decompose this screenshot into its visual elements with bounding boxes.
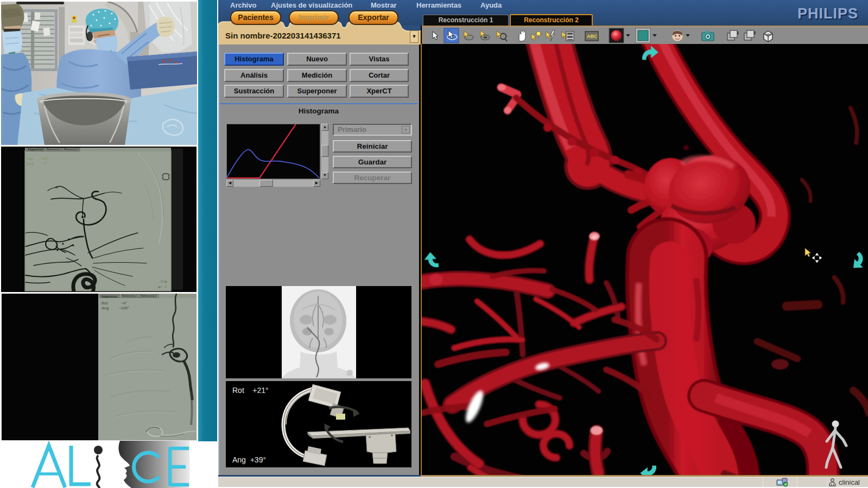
svg-text:61▶: 61▶ bbox=[161, 280, 168, 283]
svg-text:Adquisición: Adquisición bbox=[28, 148, 43, 151]
svg-text:Ang +39°: Ang +39° bbox=[232, 455, 266, 464]
svg-text:ABC: ABC bbox=[587, 34, 598, 39]
svg-text:Rot: Rot bbox=[27, 157, 33, 161]
svg-text:Referencia 2: Referencia 2 bbox=[64, 148, 79, 151]
svg-text:Rot +21°: Rot +21° bbox=[232, 386, 269, 395]
svg-text:−4°: −4° bbox=[121, 301, 127, 305]
svg-text:Adquisición: Adquisición bbox=[102, 295, 117, 298]
svg-text:−1°: −1° bbox=[42, 162, 48, 166]
svg-text:Referencia 1: Referencia 1 bbox=[122, 295, 138, 297]
svg-text:1: 1 bbox=[737, 30, 739, 35]
svg-text:◀− 4: ◀− 4 bbox=[157, 285, 167, 289]
svg-text:Ang: Ang bbox=[102, 306, 109, 310]
svg-text:Referencia 1: Referencia 1 bbox=[47, 148, 62, 151]
svg-text:Ang: Ang bbox=[27, 162, 34, 166]
svg-text:2: 2 bbox=[753, 30, 756, 35]
svg-text:Referencia 2: Referencia 2 bbox=[141, 295, 157, 297]
svg-text:Rot: Rot bbox=[102, 301, 108, 305]
svg-text:−105°: −105° bbox=[119, 306, 129, 310]
svg-text:−92°: −92° bbox=[41, 157, 49, 161]
